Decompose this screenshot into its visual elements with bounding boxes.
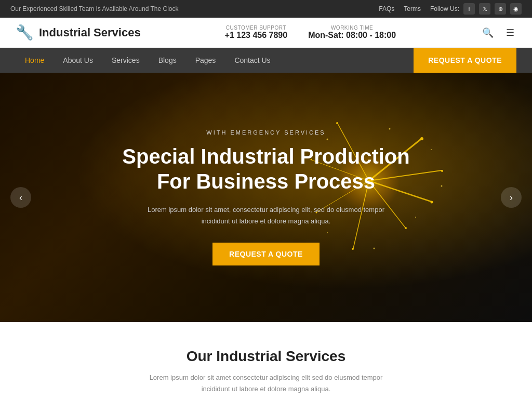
instagram-icon[interactable]: ◉ <box>510 3 522 15</box>
twitter-icon[interactable]: 𝕏 <box>479 3 490 15</box>
hero-section: ‹ WITH EMERGENCY SERVICES Special Indust… <box>0 73 532 322</box>
customer-support-phone: +1 123 456 7890 <box>225 31 288 40</box>
announcement: Our Experienced Skilled Team Is Availabl… <box>10 5 179 12</box>
facebook-icon[interactable]: f <box>463 3 475 15</box>
nav-link-blogs[interactable]: Blogs <box>149 48 186 73</box>
follow-label: Follow Us: <box>430 5 459 12</box>
logo-text: Industrial Services <box>39 26 141 39</box>
working-time-label: WORKING TIME <box>308 25 396 31</box>
customer-support-label: CUSTOMER SUPPORT <box>225 25 288 31</box>
nav-link-about[interactable]: About Us <box>54 48 102 73</box>
services-title: Our Industrial Services <box>16 348 516 365</box>
svg-point-10 <box>441 170 443 172</box>
hero-description: Lorem ipsum dolor sit amet, consectetur … <box>122 204 409 227</box>
whatsapp-icon[interactable]: ⊛ <box>495 3 506 15</box>
top-bar-right: FAQs Terms Follow Us: f 𝕏 ⊛ ◉ <box>379 3 522 15</box>
nav-item-about[interactable]: About Us <box>54 48 102 73</box>
nav-link-pages[interactable]: Pages <box>186 48 225 73</box>
nav-quote-button[interactable]: Request A Quote <box>414 48 516 73</box>
slider-prev-button[interactable]: ‹ <box>10 187 31 208</box>
svg-point-19 <box>441 185 443 187</box>
services-description: Lorem ipsum dolor sit amet consectetur a… <box>141 372 391 395</box>
working-time: WORKING TIME Mon-Sat: 08:00 - 18:00 <box>308 25 396 40</box>
hero-cta-button[interactable]: Request A Quote <box>212 243 320 265</box>
customer-support: CUSTOMER SUPPORT +1 123 456 7890 <box>225 25 288 40</box>
services-section: Our Industrial Services Lorem ipsum dolo… <box>0 322 532 399</box>
hero-subtitle: WITH EMERGENCY SERVICES <box>122 129 409 136</box>
terms-link[interactable]: Terms <box>404 5 421 12</box>
svg-point-13 <box>336 122 338 124</box>
search-button[interactable]: 🔍 <box>480 25 496 41</box>
nav-link-contact[interactable]: Contact Us <box>225 48 280 73</box>
faqs-link[interactable]: FAQs <box>379 5 394 12</box>
nav-item-blogs[interactable]: Blogs <box>149 48 186 73</box>
nav-link-home[interactable]: Home <box>16 48 54 73</box>
menu-button[interactable]: ☰ <box>504 25 516 41</box>
logo[interactable]: 🔧 Industrial Services <box>16 24 141 41</box>
follow-us: Follow Us: f 𝕏 ⊛ ◉ <box>430 3 522 15</box>
nav-links: Home About Us Services Blogs Pages Conta… <box>16 48 280 73</box>
header-actions: 🔍 ☰ <box>480 25 516 41</box>
svg-point-9 <box>420 137 423 140</box>
nav-link-services[interactable]: Services <box>102 48 149 73</box>
nav-item-home[interactable]: Home <box>16 48 54 73</box>
slider-next-button[interactable]: › <box>501 187 522 208</box>
navbar: Home About Us Services Blogs Pages Conta… <box>0 48 532 73</box>
nav-item-contact[interactable]: Contact Us <box>225 48 280 73</box>
hero-title: Special Industrial ProductionFor Busines… <box>122 144 409 194</box>
working-time-value: Mon-Sat: 08:00 - 18:00 <box>308 31 396 40</box>
hero-content: WITH EMERGENCY SERVICES Special Industri… <box>112 129 420 265</box>
nav-item-pages[interactable]: Pages <box>186 48 225 73</box>
header: 🔧 Industrial Services CUSTOMER SUPPORT +… <box>0 18 532 48</box>
nav-item-services[interactable]: Services <box>102 48 149 73</box>
wrench-icon: 🔧 <box>16 24 34 41</box>
header-contact: CUSTOMER SUPPORT +1 123 456 7890 WORKING… <box>225 25 396 40</box>
svg-point-18 <box>431 149 432 150</box>
svg-point-11 <box>431 201 433 204</box>
top-bar: Our Experienced Skilled Team Is Availabl… <box>0 0 532 18</box>
